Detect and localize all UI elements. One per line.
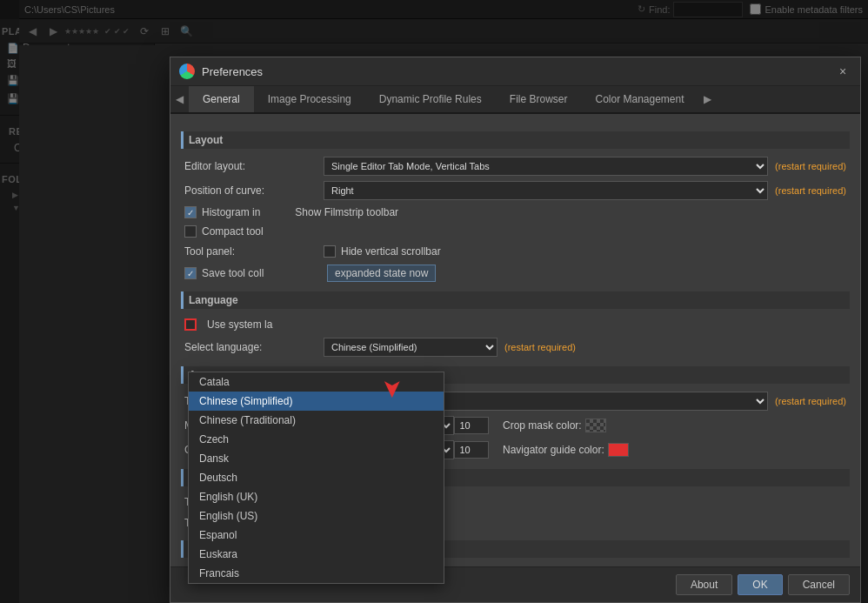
lang-chinese-traditional[interactable]: Chinese (Traditional) (189, 411, 444, 430)
crop-mask-label: Crop mask color: (503, 419, 582, 432)
save-tool-label-area: Save tool coll (184, 265, 324, 281)
tool-panel-control: Hide vertical scrollbar (324, 244, 846, 259)
tool-panel-label: Tool panel: (184, 245, 324, 258)
app-container: File Browser Queue Editor Places 📄 Docum… (0, 0, 868, 603)
position-curve-control: Right (restart required) (324, 181, 846, 200)
histogram-row: Histogram in (184, 204, 260, 220)
lang-deutsch[interactable]: Deutsch (189, 468, 444, 487)
save-tool-row: Save tool coll expanded state now (184, 262, 846, 285)
language-dropdown: Catala Chinese (Simplified) Chinese (Tra… (188, 372, 444, 584)
hide-scrollbar-checkbox[interactable] (324, 245, 336, 258)
editor-layout-label: Editor layout: (184, 160, 324, 172)
cancel-button[interactable]: Cancel (788, 574, 850, 595)
lang-chinese-simplified[interactable]: Chinese (Simplified) (189, 392, 444, 411)
position-curve-label: Position of curve: (184, 184, 324, 197)
tab-arrow-right[interactable]: ▶ (698, 86, 717, 112)
dialog-title: Preferences (202, 65, 834, 78)
about-button[interactable]: About (676, 574, 732, 595)
ok-button[interactable]: OK (738, 574, 782, 595)
tab-image-processing[interactable]: Image Processing (254, 86, 365, 114)
checkbox-group2: Compact tool (184, 222, 846, 241)
compact-tool-label: Compact tool (202, 225, 264, 238)
language-select[interactable]: Chinese (Simplified) (324, 338, 497, 357)
select-language-label: Select language: (184, 341, 324, 353)
select-language-control: Chinese (Simplified) (restart required) (324, 338, 846, 357)
dialog-icon (179, 64, 195, 79)
theme-restart: (restart required) (775, 396, 846, 406)
lang-catala[interactable]: Catala (189, 372, 444, 392)
lang-espanol[interactable]: Espanol (189, 526, 444, 545)
navigator-guide-color-swatch[interactable] (608, 443, 629, 457)
position-curve-select[interactable]: Right (324, 181, 768, 200)
tab-file-browser[interactable]: File Browser (496, 86, 582, 114)
lang-english-us[interactable]: English (US) (189, 506, 444, 526)
compact-tool-row: Compact tool (184, 224, 264, 239)
editor-layout-select[interactable]: Single Editor Tab Mode, Vertical Tabs (324, 157, 768, 176)
lang-dansk[interactable]: Dansk (189, 449, 444, 468)
dialog-titlebar: Preferences × (170, 57, 860, 86)
layout-section-title: Layout (181, 131, 850, 149)
position-curve-restart: (restart required) (775, 185, 846, 196)
color-picker-size[interactable] (454, 441, 489, 459)
checkbox-group: Histogram in Show Filmstrip toolbar (184, 203, 846, 222)
crop-mask-color-swatch[interactable] (585, 419, 606, 432)
save-tool-control: expanded state now (324, 265, 846, 282)
histogram-checkbox[interactable] (184, 206, 197, 218)
tab-color-management[interactable]: Color Management (581, 86, 698, 114)
main-font-size[interactable] (454, 417, 489, 434)
dialog-close-btn[interactable]: × (834, 63, 851, 80)
language-restart: (restart required) (504, 342, 576, 352)
navigator-guide-label: Navigator guide color: (503, 444, 604, 456)
select-language-row: Select language: Chinese (Simplified) (r… (184, 335, 846, 359)
save-tool-checkbox-row: Save tool coll (184, 265, 324, 281)
tab-general[interactable]: General (189, 86, 254, 114)
editor-layout-restart: (restart required) (775, 161, 846, 171)
show-filmstrip-label: Show Filmstrip toolbar (295, 206, 398, 218)
editor-layout-row: Editor layout: Single Editor Tab Mode, V… (184, 154, 846, 178)
tab-dynamic-profile[interactable]: Dynamic Profile Rules (365, 86, 496, 114)
tab-arrow-left[interactable]: ◀ (170, 86, 189, 112)
expanded-state-btn[interactable]: expanded state now (327, 265, 436, 282)
use-system-lang-area: Use system la (184, 318, 272, 331)
use-system-lang-checkbox[interactable] (184, 318, 197, 331)
lang-english-uk[interactable]: English (UK) (189, 487, 444, 506)
lang-euskara[interactable]: Euskara (189, 545, 444, 564)
tool-panel-row: Tool panel: Hide vertical scrollbar (184, 241, 846, 262)
lang-czech[interactable]: Czech (189, 430, 444, 449)
dialog-tabs: ◀ General Image Processing Dynamic Profi… (170, 86, 860, 114)
use-system-lang-row: Use system la (184, 314, 846, 335)
compact-tool-checkbox[interactable] (184, 225, 197, 238)
save-tool-label: Save tool coll (202, 267, 264, 279)
hide-scrollbar-row: Hide vertical scrollbar (324, 244, 441, 259)
language-section-title: Language (181, 291, 850, 309)
save-tool-checkbox[interactable] (184, 267, 197, 279)
histogram-label: Histogram in (202, 206, 260, 218)
show-filmstrip-row: Show Filmstrip toolbar (295, 204, 398, 220)
position-curve-row: Position of curve: Right (restart requir… (184, 178, 846, 203)
lang-francais[interactable]: Francais (189, 564, 444, 583)
use-system-lang-label: Use system la (207, 318, 272, 331)
editor-layout-control: Single Editor Tab Mode, Vertical Tabs (r… (324, 157, 846, 176)
hide-scrollbar-label: Hide vertical scrollbar (341, 245, 441, 258)
